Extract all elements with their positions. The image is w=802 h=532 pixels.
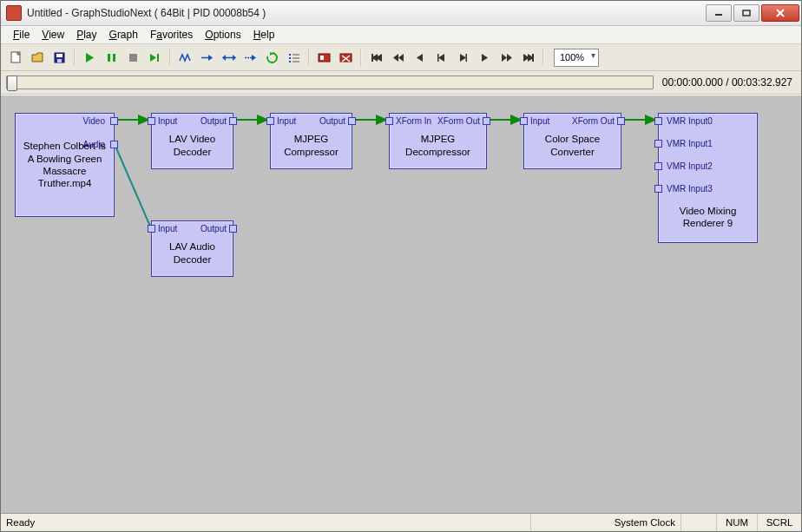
arrow-right-icon[interactable] bbox=[197, 48, 217, 68]
toolbar-separator bbox=[542, 49, 544, 66]
seek-end-icon[interactable] bbox=[518, 48, 538, 68]
new-icon[interactable] bbox=[6, 48, 26, 68]
pin-nub[interactable] bbox=[654, 117, 662, 125]
filter-mjpeg-compressor-label: MJPEG Compressor bbox=[276, 122, 346, 168]
pin-nub[interactable] bbox=[110, 141, 118, 148]
pin-nub[interactable] bbox=[229, 117, 237, 125]
save-icon[interactable] bbox=[49, 48, 69, 68]
menu-play[interactable]: Play bbox=[71, 28, 102, 42]
signal-icon[interactable] bbox=[175, 48, 195, 68]
pin-vmr-in1[interactable]: VMR Input1 bbox=[667, 139, 713, 148]
video-decoder-icon[interactable] bbox=[314, 48, 334, 68]
minimize-button[interactable] bbox=[706, 4, 732, 22]
svg-line-57 bbox=[115, 144, 151, 228]
time-total: 00:03:32.927 bbox=[732, 76, 792, 89]
pin-nub[interactable] bbox=[148, 117, 155, 125]
pin-nub[interactable] bbox=[148, 225, 155, 233]
menu-help[interactable]: Help bbox=[248, 28, 280, 42]
pin-xform-in[interactable]: XForm In bbox=[396, 116, 431, 126]
svg-rect-11 bbox=[108, 54, 110, 62]
arrow-dots-icon[interactable] bbox=[240, 48, 260, 68]
fwd-small-icon[interactable] bbox=[453, 48, 473, 68]
pin-vmr-in3[interactable]: VMR Input3 bbox=[667, 184, 713, 194]
pin-input[interactable]: Input bbox=[158, 116, 177, 126]
toolbar-separator bbox=[360, 49, 362, 66]
pin-xform-out[interactable]: XForm Out bbox=[437, 116, 480, 126]
filter-colorspace[interactable]: Color Space Converter Input XForm Out bbox=[523, 113, 621, 169]
toolbar: 100% bbox=[1, 44, 801, 71]
pin-nub[interactable] bbox=[483, 117, 490, 125]
menu-options[interactable]: Options bbox=[200, 28, 246, 42]
pin-input[interactable]: Input bbox=[277, 116, 296, 126]
pin-nub[interactable] bbox=[229, 225, 237, 233]
pause-icon[interactable] bbox=[102, 48, 122, 68]
pin-output[interactable]: Output bbox=[200, 224, 227, 233]
list-icon[interactable] bbox=[284, 48, 304, 68]
svg-rect-24 bbox=[289, 54, 291, 56]
status-scrl: SCRL bbox=[758, 514, 801, 531]
seek-start-icon[interactable] bbox=[366, 48, 386, 68]
svg-rect-12 bbox=[113, 54, 115, 62]
seek-thumb[interactable] bbox=[7, 76, 17, 91]
window-title: Untitled - GraphStudioNext ( 64Bit | PID… bbox=[27, 7, 706, 19]
arrows-both-icon[interactable] bbox=[219, 48, 239, 68]
menu-favorites[interactable]: Favorites bbox=[145, 28, 198, 42]
pin-nub[interactable] bbox=[617, 117, 625, 125]
step-icon[interactable] bbox=[145, 48, 165, 68]
fwd-icon[interactable] bbox=[475, 48, 495, 68]
zoom-value: 100% bbox=[560, 52, 584, 62]
maximize-button[interactable] bbox=[733, 4, 759, 22]
play-icon[interactable] bbox=[80, 48, 100, 68]
pin-nub[interactable] bbox=[520, 117, 528, 125]
menu-view[interactable]: View bbox=[36, 28, 69, 42]
pin-vmr-in0[interactable]: VMR Input0 bbox=[667, 116, 713, 126]
graph-canvas[interactable]: Stephen Colbert Is A Bowling Green Massa… bbox=[1, 95, 801, 513]
toolbar-separator bbox=[74, 49, 76, 66]
pin-xform-out[interactable]: XForm Out bbox=[572, 116, 615, 126]
zoom-combo[interactable]: 100% bbox=[554, 49, 599, 67]
seek-slider[interactable] bbox=[6, 76, 654, 89]
pin-nub[interactable] bbox=[654, 162, 662, 170]
ffwd-icon[interactable] bbox=[496, 48, 516, 68]
pin-nub[interactable] bbox=[654, 140, 662, 148]
filter-mjpeg-compressor[interactable]: MJPEG Compressor Input Output bbox=[270, 113, 352, 169]
refresh-icon[interactable] bbox=[262, 48, 282, 68]
svg-rect-15 bbox=[157, 54, 159, 62]
menu-graph[interactable]: Graph bbox=[104, 28, 143, 42]
back-small-icon[interactable] bbox=[431, 48, 451, 68]
rewind-icon[interactable] bbox=[388, 48, 408, 68]
close-button[interactable] bbox=[761, 4, 799, 22]
stop-icon[interactable] bbox=[123, 48, 143, 68]
pin-nub[interactable] bbox=[385, 117, 393, 125]
video-cross-icon[interactable] bbox=[336, 48, 356, 68]
status-cap bbox=[681, 514, 717, 531]
titlebar: Untitled - GraphStudioNext ( 64Bit | PID… bbox=[1, 1, 801, 26]
svg-rect-31 bbox=[320, 56, 324, 60]
pin-output[interactable]: Output bbox=[319, 116, 345, 126]
pin-vmr-in2[interactable]: VMR Input2 bbox=[667, 161, 713, 171]
pin-input[interactable]: Input bbox=[158, 224, 177, 233]
pin-nub[interactable] bbox=[654, 185, 662, 193]
pin-nub[interactable] bbox=[266, 117, 274, 125]
filter-lav-video[interactable]: LAV Video Decoder Input Output bbox=[151, 113, 233, 169]
open-icon[interactable] bbox=[28, 48, 48, 68]
toolbar-separator bbox=[308, 49, 310, 66]
pin-output[interactable]: Output bbox=[200, 116, 227, 126]
filter-vmr9[interactable]: Video Mixing Renderer 9 VMR Input0 VMR I… bbox=[658, 113, 758, 243]
pin-nub[interactable] bbox=[348, 117, 356, 125]
svg-rect-44 bbox=[466, 54, 468, 62]
pin-audio-out[interactable]: Audio bbox=[82, 140, 105, 149]
svg-rect-42 bbox=[437, 54, 439, 62]
filter-mjpeg-decompressor[interactable]: MJPEG Decompressor XForm In XForm Out bbox=[389, 113, 487, 169]
filter-source[interactable]: Stephen Colbert Is A Bowling Green Massa… bbox=[15, 113, 115, 217]
pin-video-out[interactable]: Video bbox=[83, 116, 105, 126]
menu-file[interactable]: File bbox=[8, 28, 35, 42]
filter-lav-audio[interactable]: LAV Audio Decoder Input Output bbox=[151, 220, 233, 277]
svg-rect-13 bbox=[129, 54, 137, 62]
svg-rect-1 bbox=[743, 10, 750, 16]
pin-input[interactable]: Input bbox=[530, 116, 549, 126]
svg-marker-17 bbox=[208, 55, 213, 61]
svg-marker-40 bbox=[417, 54, 423, 62]
back-icon[interactable] bbox=[410, 48, 430, 68]
pin-nub[interactable] bbox=[110, 117, 118, 125]
